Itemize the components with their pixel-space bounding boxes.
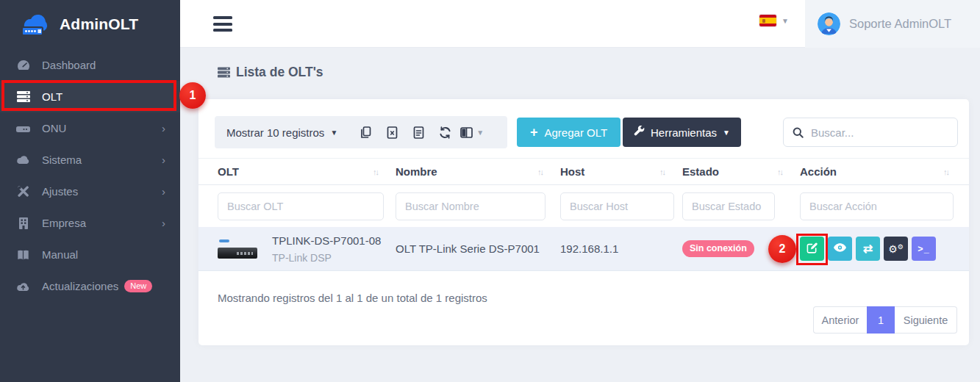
- adminolt-app: AdminOLT Dashboard OLT ONU ›: [0, 0, 980, 382]
- annotation-step2-marker: 2: [768, 235, 796, 263]
- copy-button[interactable]: [354, 121, 376, 143]
- avatar: [818, 12, 840, 35]
- filter-estado-input[interactable]: [682, 192, 775, 220]
- tools-label: Herramientas: [651, 126, 717, 139]
- table-header-row: OLT↑↓ Nombre↑↓ Host↑↓ Estado↑↓ Acción↑↓: [198, 158, 969, 185]
- caret-down-icon: ▼: [330, 129, 337, 137]
- annotation-step1-box: [1, 80, 176, 111]
- sidebar-item-onu[interactable]: ONU ›: [0, 112, 180, 144]
- filter-host-input[interactable]: [560, 192, 674, 220]
- sidebar-item-dashboard[interactable]: Dashboard: [0, 49, 180, 81]
- search-input[interactable]: [811, 126, 948, 139]
- file-export-button[interactable]: [407, 121, 429, 143]
- services-olt-button[interactable]: ⚙⚙: [884, 237, 908, 261]
- building-icon: [16, 217, 30, 229]
- sort-icon[interactable]: ↑↓: [777, 167, 782, 176]
- page-length-label: Mostrar 10 registros: [226, 126, 324, 139]
- chevron-right-icon: ›: [162, 217, 165, 228]
- page-title-text: Lista de OLT's: [236, 65, 323, 80]
- tools-dropdown-button[interactable]: Herramientas ▼: [623, 118, 741, 147]
- pagination-page-1-button[interactable]: 1: [867, 306, 895, 334]
- pagination-previous-button[interactable]: Anterior: [813, 306, 867, 334]
- sort-icon[interactable]: ↑↓: [373, 167, 378, 176]
- olt-name: TPLINK-DS-P7001-08: [272, 234, 381, 248]
- sidebar-item-actualizaciones[interactable]: Actualizaciones New: [0, 270, 180, 302]
- chevron-right-icon: ›: [162, 186, 165, 197]
- sidebar-item-label: Empresa: [42, 217, 86, 229]
- cloud-icon: [16, 155, 30, 165]
- cell-olt: TPLINK-DS-P7001-08 TP-Link DSP: [218, 234, 396, 264]
- sort-icon[interactable]: ↑↓: [659, 167, 665, 176]
- column-header-olt[interactable]: OLT↑↓: [218, 165, 396, 178]
- sort-icon[interactable]: ↑↓: [943, 167, 948, 176]
- user-menu[interactable]: Soporte AdminOLT: [805, 0, 980, 48]
- table-filter-row: [198, 189, 969, 224]
- menu-toggle-button[interactable]: [213, 16, 232, 32]
- column-visibility-button[interactable]: ▼: [460, 127, 484, 138]
- annotation-step2-box: [796, 234, 828, 265]
- column-header-accion[interactable]: Acción↑↓: [800, 165, 953, 178]
- pagination-next-button[interactable]: Siguiente: [895, 306, 957, 334]
- brand-name: AdminOLT: [60, 15, 138, 33]
- chevron-right-icon: ›: [162, 123, 165, 134]
- caret-down-icon: ▼: [476, 129, 484, 137]
- olt-list-card: Mostrar 10 registros ▼ ▼: [198, 99, 969, 345]
- filter-olt-input[interactable]: [218, 192, 384, 220]
- excel-export-button[interactable]: [381, 121, 403, 143]
- main-content: Lista de OLT's Mostrar 10 registros ▼: [180, 48, 980, 382]
- add-olt-button[interactable]: + Agregar OLT: [517, 118, 620, 147]
- table-row[interactable]: TPLINK-DS-P7001-08 TP-Link DSP OLT TP-Li…: [198, 227, 969, 271]
- annotation-step1-marker: 1: [179, 82, 206, 109]
- add-olt-label: Agregar OLT: [545, 126, 608, 139]
- column-header-host[interactable]: Host↑↓: [560, 165, 682, 178]
- terminal-olt-button[interactable]: >_: [912, 237, 936, 261]
- brand-logo[interactable]: AdminOLT: [0, 0, 180, 48]
- page-title: Lista de OLT's: [218, 65, 323, 80]
- sync-olt-button[interactable]: ⇄: [856, 237, 880, 261]
- wrench-icon: [634, 126, 645, 139]
- olt-device-image: [218, 237, 257, 262]
- refresh-button[interactable]: [434, 121, 456, 143]
- column-header-estado[interactable]: Estado↑↓: [682, 165, 800, 178]
- filter-accion-input[interactable]: [800, 192, 954, 220]
- status-badge: Sin conexión: [682, 240, 754, 257]
- page-length-select[interactable]: Mostrar 10 registros ▼: [226, 126, 337, 139]
- caret-down-icon: ▼: [723, 129, 730, 137]
- sidebar-item-label: Dashboard: [42, 59, 96, 71]
- terminal-icon: >_: [918, 244, 929, 254]
- cloud-olt-logo-icon: [19, 10, 53, 38]
- datatable-buttons-group: Mostrar 10 registros ▼ ▼: [215, 116, 507, 148]
- topbar: ▼ Soporte AdminOLT: [180, 0, 980, 48]
- modem-icon: [16, 123, 30, 134]
- sidebar-item-ajustes[interactable]: Ajustes ›: [0, 176, 180, 207]
- caret-down-icon: ▼: [782, 17, 789, 25]
- eye-icon: [834, 243, 846, 254]
- sidebar: AdminOLT Dashboard OLT ONU ›: [0, 0, 180, 382]
- language-selector[interactable]: ▼: [759, 15, 789, 26]
- olt-model: TP-Link DSP: [272, 252, 381, 264]
- gears-icon: ⚙⚙: [888, 243, 904, 255]
- sidebar-item-label: Actualizaciones: [42, 280, 118, 292]
- view-olt-button[interactable]: [828, 237, 852, 261]
- exchange-arrows-icon: ⇄: [863, 242, 873, 256]
- chevron-right-icon: ›: [162, 154, 165, 165]
- search-icon: [793, 127, 804, 138]
- sidebar-item-manual[interactable]: Manual: [0, 239, 180, 270]
- book-icon: [16, 250, 30, 260]
- filter-nombre-input[interactable]: [396, 192, 546, 220]
- table-info: Mostrando registros del 1 al 1 de un tot…: [218, 292, 487, 304]
- dashboard-icon: [16, 60, 30, 71]
- sort-icon[interactable]: ↑↓: [537, 167, 543, 176]
- sidebar-item-label: Manual: [42, 248, 78, 261]
- tools-icon: [16, 185, 30, 198]
- global-search: [783, 118, 958, 147]
- sidebar-item-label: Ajustes: [42, 185, 78, 198]
- cell-host: 192.168.1.1: [560, 242, 682, 255]
- sidebar-item-label: Sistema: [42, 154, 82, 166]
- user-name: Soporte AdminOLT: [849, 17, 951, 31]
- sidebar-item-label: ONU: [42, 122, 66, 134]
- sidebar-item-sistema[interactable]: Sistema ›: [0, 144, 180, 176]
- column-header-nombre[interactable]: Nombre↑↓: [396, 165, 560, 178]
- spain-flag-icon: [759, 15, 776, 26]
- sidebar-item-empresa[interactable]: Empresa ›: [0, 207, 180, 239]
